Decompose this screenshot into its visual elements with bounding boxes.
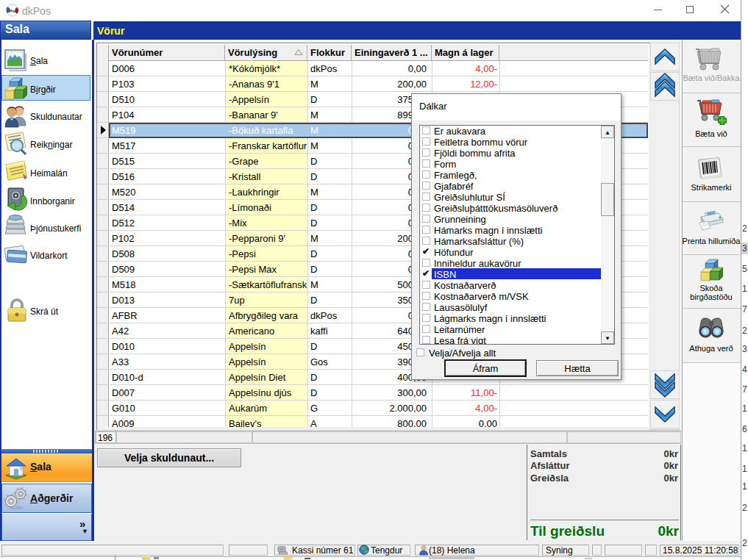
svg-text:PoS: PoS [10, 9, 18, 13]
